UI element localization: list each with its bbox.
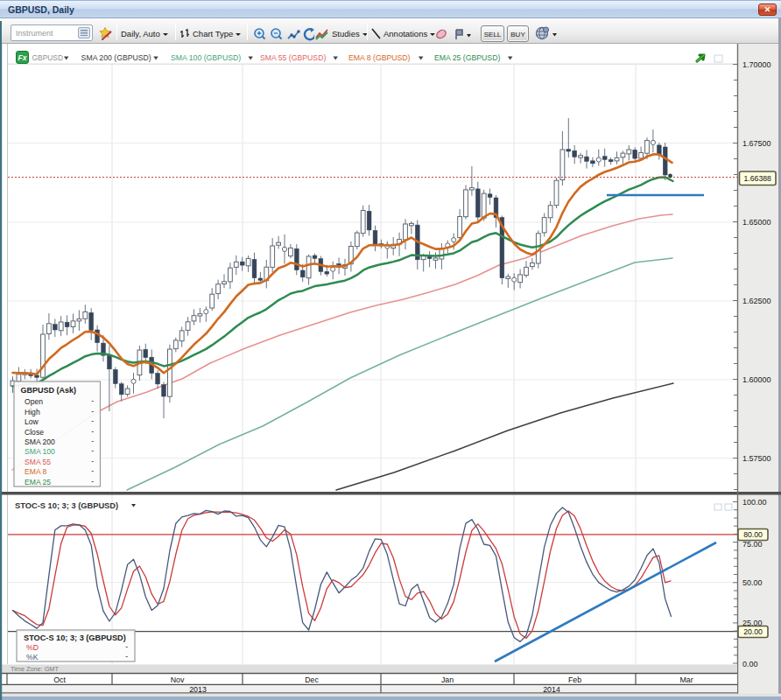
svg-text:1.57500: 1.57500 [742, 454, 771, 463]
svg-text:STOC-S 10; 3; 3 (GBPUSD): STOC-S 10; 3; 3 (GBPUSD) [24, 634, 126, 642]
svg-text:STOC-S 10; 3; 3 (GBPUSD): STOC-S 10; 3; 3 (GBPUSD) [15, 501, 118, 510]
svg-text:80.00: 80.00 [743, 530, 763, 539]
svg-text:SMA 55 (GBPUSD): SMA 55 (GBPUSD) [260, 53, 326, 62]
svg-text:-: - [91, 477, 94, 486]
svg-text:2013: 2013 [189, 685, 207, 694]
svg-text:Feb: Feb [568, 676, 581, 684]
svg-text:1.66388: 1.66388 [743, 174, 771, 183]
svg-text:1.67500: 1.67500 [742, 139, 771, 148]
svg-text:Oct: Oct [53, 676, 66, 684]
svg-text:EMA 8 (GBPUSD): EMA 8 (GBPUSD) [348, 53, 411, 62]
svg-text:-: - [91, 457, 94, 466]
svg-text:Jan: Jan [441, 676, 454, 684]
svg-text:1.70000: 1.70000 [742, 60, 771, 69]
svg-text:-: - [91, 427, 94, 436]
svg-text:GBPUSD (Ask): GBPUSD (Ask) [21, 386, 77, 395]
svg-text:Dec: Dec [305, 676, 319, 684]
svg-text:Time Zone: GMT: Time Zone: GMT [11, 665, 59, 673]
svg-text:-: - [91, 446, 94, 455]
svg-text:Nov: Nov [171, 676, 185, 684]
svg-text:20.00: 20.00 [743, 627, 763, 636]
svg-text:High: High [25, 408, 40, 416]
svg-text:EMA 25 (GBPUSD): EMA 25 (GBPUSD) [434, 53, 500, 62]
svg-text:SMA 200: SMA 200 [25, 438, 55, 446]
svg-text:-: - [91, 416, 94, 425]
svg-text:-: - [125, 642, 128, 651]
svg-text:Fx: Fx [18, 53, 28, 62]
svg-text:%D: %D [26, 643, 39, 652]
svg-text:GBPUSD: GBPUSD [32, 53, 63, 62]
svg-text:Low: Low [25, 417, 39, 426]
svg-text:1.65000: 1.65000 [742, 218, 771, 227]
svg-text:-: - [91, 466, 94, 475]
svg-text:1.62500: 1.62500 [742, 297, 771, 305]
svg-text:-: - [91, 407, 94, 416]
svg-text:Mar: Mar [679, 676, 693, 684]
svg-text:1.60000: 1.60000 [742, 375, 771, 384]
svg-text:Close: Close [25, 428, 44, 437]
svg-text:-: - [125, 652, 128, 661]
svg-text:100.00: 100.00 [742, 498, 767, 507]
svg-text:-: - [91, 437, 94, 445]
svg-text:0.00: 0.00 [742, 660, 758, 668]
svg-text:EMA 25: EMA 25 [25, 478, 51, 486]
svg-text:SMA 55: SMA 55 [25, 458, 51, 466]
svg-text:SMA 100 (GBPUSD): SMA 100 (GBPUSD) [171, 53, 241, 62]
svg-text:2014: 2014 [543, 685, 560, 694]
svg-text:Open: Open [25, 397, 43, 406]
svg-text:%K: %K [26, 653, 39, 662]
svg-text:-: - [91, 396, 94, 405]
svg-text:SMA 200 (GBPUSD): SMA 200 (GBPUSD) [81, 53, 151, 62]
svg-text:SMA 100: SMA 100 [25, 447, 55, 456]
svg-text:EMA 8: EMA 8 [25, 467, 47, 476]
svg-text:50.00: 50.00 [742, 578, 763, 587]
